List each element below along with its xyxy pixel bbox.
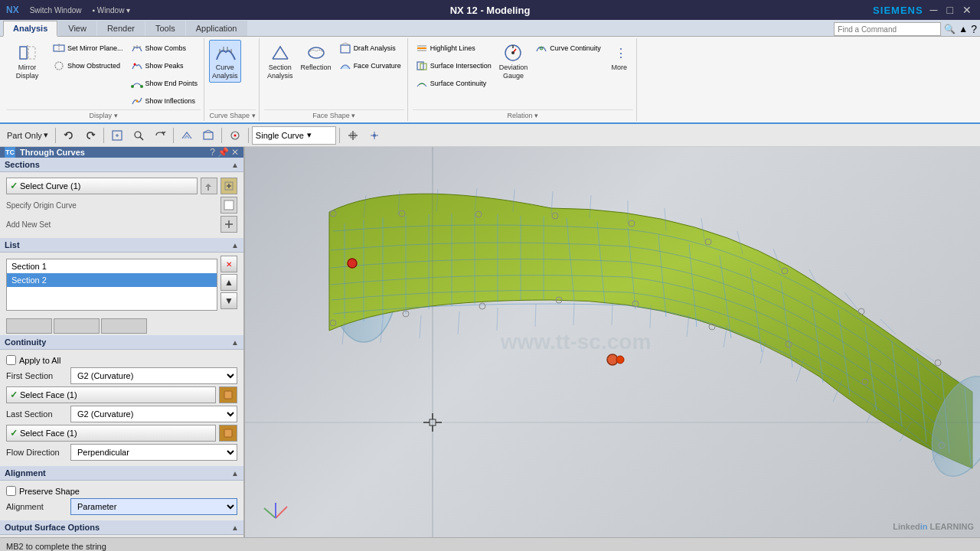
ribbon-collapse-icon[interactable]: ▲ <box>959 24 968 34</box>
curve-continuity-btn[interactable]: Curve Continuity <box>532 40 604 57</box>
curve-analysis-btn[interactable]: CurveAnalysis <box>209 40 241 83</box>
alignment-select[interactable]: ParameterArc LengthDistanceAngle <box>70 498 237 515</box>
highlight-label: Highlight Lines <box>430 44 475 52</box>
last-face-label: Select Face (1) <box>20 429 77 438</box>
show-combs-btn[interactable]: Show Combs <box>128 40 201 57</box>
search-input[interactable] <box>834 22 941 36</box>
curve-type-dropdown[interactable]: Single Curve ▾ <box>252 126 336 145</box>
tab-analysis[interactable]: Analysis <box>3 21 57 37</box>
crosshair-btn[interactable] <box>343 126 363 145</box>
redo-btn[interactable] <box>80 126 100 145</box>
specify-origin-row: Specify Origin Curve <box>6 197 237 214</box>
fit-btn[interactable] <box>107 126 127 145</box>
svg-text:⋮: ⋮ <box>615 47 627 60</box>
origin-btn[interactable] <box>220 197 237 214</box>
last-section-label: Last Section <box>6 409 67 419</box>
show-end-points-btn[interactable]: Show End Points <box>128 75 201 92</box>
mirror-display-label: Mirror Display <box>9 64 45 80</box>
tab-tools[interactable]: Tools <box>145 21 185 36</box>
search-icon[interactable]: 🔍 <box>944 24 956 34</box>
minimize-btn[interactable]: ─ <box>928 4 940 16</box>
undo-btn[interactable] <box>59 126 79 145</box>
window-btn[interactable]: ▪ Window ▾ <box>87 6 135 15</box>
show-obstructed-btn[interactable]: Show Obstructed <box>50 57 126 74</box>
alignment-title: Alignment <box>5 468 46 478</box>
select-curve-icon-btn[interactable] <box>201 178 217 194</box>
list-up-btn[interactable]: ▲ <box>220 274 237 291</box>
first-select-face-btn[interactable]: ✓ Select Face (1) <box>6 386 216 403</box>
surface-intersection-btn[interactable]: Surface Intersection <box>413 57 495 74</box>
list-item-1[interactable]: Section 2 <box>7 273 217 287</box>
dialog-help-btn[interactable]: ? <box>210 147 215 158</box>
snap-btn[interactable] <box>225 126 245 145</box>
svg-line-106 <box>573 302 574 325</box>
first-face-icon-btn[interactable] <box>219 386 237 403</box>
section-icon <box>270 42 291 64</box>
tab-render[interactable]: Render <box>97 21 145 36</box>
face-curvature-btn[interactable]: Face Curvature <box>336 57 404 74</box>
deviation-label: DeviationGauge <box>499 64 528 80</box>
t2-sep2 <box>103 128 104 143</box>
reflection-btn[interactable]: Reflection <box>298 40 335 74</box>
output-surface-header[interactable]: Output Surface Options ▲ <box>0 520 243 535</box>
tab-application[interactable]: Application <box>186 21 247 36</box>
draft-analysis-btn[interactable]: Draft Analysis <box>336 40 404 57</box>
first-select-face-row: ✓ Select Face (1) <box>6 386 237 403</box>
set-mirror-plane-btn[interactable]: Set Mirror Plane... <box>50 40 126 57</box>
preview-1-btn[interactable] <box>6 318 52 334</box>
preserve-shape-checkbox[interactable] <box>6 486 16 496</box>
close-btn[interactable]: ✕ <box>960 4 974 16</box>
t2-sep1 <box>55 128 56 143</box>
apply-to-all-checkbox[interactable] <box>6 355 16 365</box>
last-face-icon-btn[interactable] <box>219 425 237 442</box>
list-header[interactable]: List ▲ <box>0 238 243 253</box>
alignment-header[interactable]: Alignment ▲ <box>0 466 243 481</box>
tab-view[interactable]: View <box>58 21 96 36</box>
dialog-close-btn[interactable]: ✕ <box>231 147 239 158</box>
select-add-btn[interactable] <box>220 178 237 194</box>
list-item-0[interactable]: Section 1 <box>7 259 217 273</box>
restore-btn[interactable]: □ <box>945 4 956 16</box>
wireframe-btn[interactable] <box>198 126 218 145</box>
switch-window-btn[interactable]: Switch Window <box>25 6 87 15</box>
select-check-icon: ✓ <box>10 181 18 191</box>
show-peaks-btn[interactable]: Show Peaks <box>128 57 201 74</box>
linkedin-badge: Linkedin LEARNING <box>893 522 974 531</box>
help-icon[interactable]: ? <box>971 23 977 35</box>
view3d-btn[interactable] <box>177 126 197 145</box>
face-row: SectionAnalysis Reflection Draft Analysi… <box>264 40 404 109</box>
list-down-btn[interactable]: ▼ <box>220 292 237 309</box>
curve-analysis-icon <box>214 42 236 64</box>
show-inflections-btn[interactable]: Show Inflections <box>128 93 201 109</box>
list-delete-btn[interactable]: ✕ <box>220 256 237 272</box>
point-btn[interactable] <box>364 126 384 145</box>
rotate-btn[interactable] <box>150 126 170 145</box>
t2-sep4 <box>221 128 222 143</box>
continuity-header[interactable]: Continuity ▲ <box>0 335 243 350</box>
add-new-set-btn[interactable] <box>220 216 237 233</box>
more-btn[interactable]: ⋮ More <box>606 40 633 74</box>
select-curve-btn[interactable]: ✓ Select Curve (1) <box>6 178 198 194</box>
surface-continuity-btn[interactable]: Surface Continuity <box>413 75 495 92</box>
preview-3-btn[interactable] <box>101 318 147 334</box>
dialog-unpin-btn[interactable]: 📌 <box>217 147 229 158</box>
list-collapse: ▲ <box>231 241 239 249</box>
viewport[interactable]: Linkedin LEARNING www.tt-sc.com <box>245 147 980 537</box>
output-surface-title: Output Surface Options <box>5 523 100 532</box>
dialog-title-btns: ? 📌 ✕ <box>210 147 239 158</box>
sections-header[interactable]: Sections ▲ <box>0 158 243 172</box>
deviation-icon <box>502 42 524 64</box>
section-analysis-btn[interactable]: SectionAnalysis <box>264 40 296 83</box>
last-select-face-btn[interactable]: ✓ Select Face (1) <box>6 425 216 442</box>
last-section-select[interactable]: G0 (Position)G1 (Tangent)G2 (Curvature)G… <box>70 406 237 422</box>
highlight-lines-btn[interactable]: Highlight Lines <box>413 40 495 57</box>
svg-line-104 <box>497 308 498 331</box>
deviation-gauge-btn[interactable]: DeviationGauge <box>496 40 531 83</box>
part-only-dropdown[interactable]: Part Only ▾ <box>3 126 52 145</box>
first-section-select[interactable]: G0 (Position)G1 (Tangent)G2 (Curvature)G… <box>70 367 237 384</box>
preview-2-btn[interactable] <box>54 318 100 334</box>
mirror-display-btn[interactable]: Mirror Display <box>6 40 48 83</box>
zoom-btn[interactable] <box>129 126 149 145</box>
show-peaks-label: Show Peaks <box>145 62 184 70</box>
flow-dir-select[interactable]: PerpendicularParallelNatural <box>70 444 237 461</box>
